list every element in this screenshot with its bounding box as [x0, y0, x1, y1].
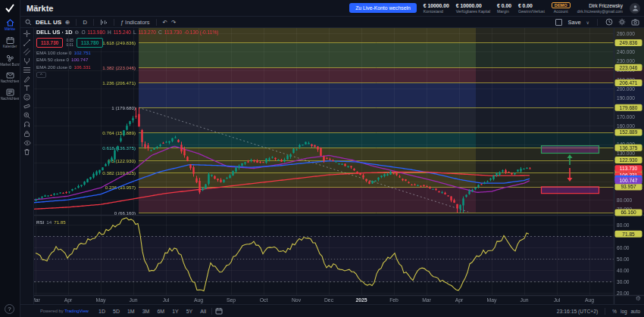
home-icon — [6, 19, 14, 26]
interval-button[interactable]: D — [83, 19, 86, 26]
rsi-value: 71.85 — [54, 219, 65, 225]
save-button[interactable]: Save — [567, 19, 580, 26]
buzz-icon — [6, 54, 14, 62]
calendar-icon — [6, 36, 14, 44]
tf-5d[interactable]: 5D — [111, 308, 122, 315]
app-logo-checkmark-icon — [5, 4, 15, 13]
spread-bottom: 0.01 — [66, 43, 73, 48]
magnet-icon[interactable] — [22, 121, 33, 128]
news-icon — [6, 89, 14, 96]
stat-kontostand: € 10000.00 Kontostand — [424, 3, 449, 14]
go-to-date-calendar-icon[interactable] — [215, 307, 223, 315]
divider — [76, 19, 77, 26]
page-title: Märkte — [27, 4, 53, 13]
stat-label: Verfügbares Kapital — [456, 9, 490, 14]
stat-label: Gewinn/Verlust — [518, 9, 545, 14]
stat-verfuegbares-kapital: € 10000.00 Verfügbares Kapital — [456, 3, 490, 14]
tf-6m[interactable]: 6M — [155, 308, 167, 315]
tf-5y[interactable]: 5Y — [184, 308, 195, 315]
chart-toolbar: DELL US ⊕ D ƒ Indicators ↶ ↷ Save ∨ — [20, 17, 644, 28]
price-axis-settings-gear-icon[interactable]: ⚙ — [636, 295, 641, 302]
stat-value: € 0.00 — [497, 3, 511, 8]
sidebar-item-kalender[interactable]: Kalender — [0, 36, 20, 48]
trend-line-icon[interactable] — [22, 39, 33, 46]
rsi-period: 14 — [46, 219, 52, 225]
layout-button[interactable] — [555, 19, 562, 26]
legend-collapse-button[interactable]: ^ — [36, 72, 46, 78]
parallel-channel-icon[interactable] — [22, 48, 33, 55]
switch-live-account-button[interactable]: Zu Live-Konto wechseln — [349, 3, 417, 13]
sidebar-item-nachrichten-news[interactable]: Nachrichten — [0, 89, 20, 101]
tf-3m[interactable]: 3M — [140, 308, 152, 315]
divider — [211, 308, 212, 315]
fib-retracement-icon[interactable] — [22, 67, 33, 73]
measure-icon[interactable] — [22, 103, 33, 110]
divider — [605, 308, 605, 315]
ema-200-legend[interactable]: EMA 200 close 0106.331 — [36, 64, 218, 70]
trash-icon[interactable] — [22, 148, 33, 155]
lock-icon[interactable] — [22, 130, 33, 137]
session-time[interactable]: 23:16:15 (UTC+2) — [557, 309, 599, 314]
ema-value: 100.747 — [71, 57, 88, 62]
stat-gewinn-verlust: € 0.00 Gewinn/Verlust — [518, 3, 545, 14]
pitchfork-icon[interactable] — [22, 57, 33, 64]
sell-button[interactable]: 113.730 — [36, 38, 63, 48]
ema-100-legend[interactable]: EMA 100 close 0102.751 — [36, 50, 218, 55]
sidebar-item-market-buzz[interactable]: Market Buzz — [0, 54, 20, 67]
add-symbol-button[interactable]: ⊕ — [65, 19, 70, 26]
close-label: C — [158, 30, 162, 35]
log-scale-button[interactable]: log — [621, 309, 627, 314]
chart-legend: DELL US · 1D ⊖ O113.980 H115.240 L113.27… — [36, 29, 218, 78]
compare-icon[interactable] — [100, 19, 108, 26]
ema-value: 102.751 — [73, 50, 90, 55]
collapse-circle-icon[interactable]: ⊖ — [75, 30, 80, 36]
stat-label: Kontostand — [424, 9, 443, 14]
sidebar-item-nachrichten-mail[interactable]: Nachrichten — [0, 72, 20, 83]
percent-scale-button[interactable]: % — [612, 309, 617, 314]
app-sidebar: Märkte Kalender Market Buzz Nachrichten … — [0, 0, 20, 317]
user-name: Dirk Friczewsky — [589, 3, 623, 8]
sidebar-item-label: Market Buzz — [0, 63, 20, 67]
text-tool-icon[interactable] — [22, 85, 33, 92]
zoom-in-icon[interactable] — [22, 112, 33, 119]
camera-icon[interactable] — [631, 19, 639, 26]
tf-1d[interactable]: 1D — [96, 308, 108, 315]
stat-margin: € 0.00 Margin — [497, 3, 511, 14]
stat-label: Margin — [497, 9, 509, 14]
status-badge: DEMO — [552, 2, 571, 8]
tf-all[interactable]: All — [198, 308, 208, 315]
eye-icon[interactable] — [22, 139, 33, 146]
drawing-toolbar — [20, 28, 34, 304]
clock-icon[interactable] — [605, 18, 613, 26]
emoji-icon[interactable] — [22, 94, 33, 101]
legend-symbol-title[interactable]: DELL US · 1D — [36, 29, 73, 36]
help-button[interactable]: ? — [5, 304, 14, 314]
stat-value: € 10000.00 — [424, 3, 449, 8]
buy-button[interactable]: 113.780 — [77, 38, 103, 48]
top-header: Märkte Zu Live-Konto wechseln € 10000.00… — [20, 0, 644, 17]
redo-button[interactable]: ↷ — [171, 19, 176, 26]
tradingview-link[interactable]: TradingView — [64, 309, 89, 313]
gear-icon[interactable] — [618, 18, 626, 26]
user-email: dirk.friczewsky@gmail.com — [577, 9, 623, 14]
high-value: 115.240 — [114, 30, 131, 35]
tf-1y[interactable]: 1Y — [170, 308, 181, 315]
sidebar-item-label: Nachrichten — [1, 97, 20, 101]
close-value: 113.730 — [164, 30, 182, 35]
avatar[interactable] — [630, 3, 640, 14]
mail-icon — [6, 72, 14, 79]
sidebar-item-maerkte[interactable]: Märkte — [0, 19, 20, 31]
divider — [114, 19, 114, 26]
ema-50-legend[interactable]: EMA 50 close 0100.747 — [36, 57, 218, 62]
undo-button[interactable]: ↶ — [163, 19, 167, 26]
divider — [93, 19, 94, 26]
save-dropdown-caret[interactable]: ∨ — [586, 20, 589, 25]
symbol-search-button[interactable]: DELL US — [36, 19, 61, 26]
brush-icon[interactable] — [22, 76, 33, 82]
rsi-legend[interactable]: RSI 14 71.85 — [36, 219, 66, 225]
indicators-button[interactable]: ƒ Indicators — [120, 19, 150, 26]
auto-scale-button[interactable]: auto — [631, 309, 640, 314]
user-menu[interactable]: Dirk Friczewsky dirk.friczewsky@gmail.co… — [577, 3, 623, 14]
crosshair-icon[interactable] — [22, 30, 33, 37]
tf-1m[interactable]: 1M — [125, 308, 137, 315]
